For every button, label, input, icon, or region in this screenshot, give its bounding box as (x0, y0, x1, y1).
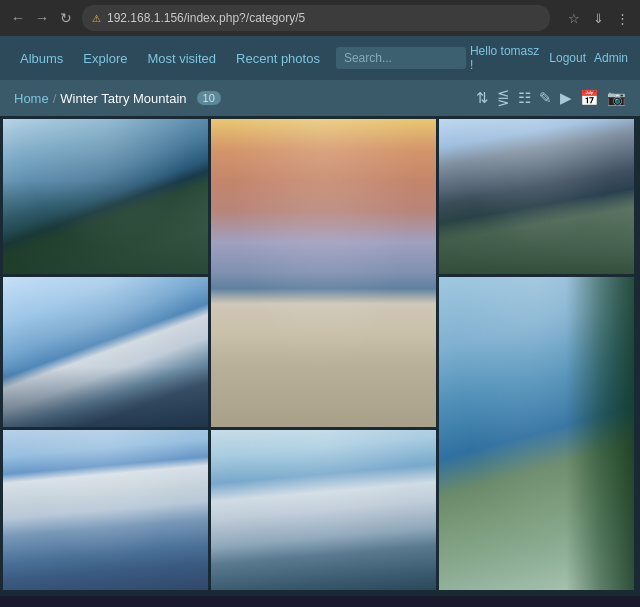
download-icon[interactable]: ⇓ (588, 8, 608, 28)
nav-right: Hello tomasz ! Logout Admin (470, 44, 628, 72)
photo-grid (0, 116, 640, 596)
hello-text: Hello tomasz ! (470, 44, 541, 72)
cart-icon[interactable]: ☷ (518, 89, 531, 107)
photo-2[interactable] (211, 119, 436, 427)
browser-actions: ☆ ⇓ ⋮ (564, 8, 632, 28)
photo-8[interactable] (211, 430, 436, 590)
photo-1[interactable] (3, 119, 208, 274)
browser-nav-icons: ← → ↻ (8, 8, 76, 28)
recent-photos-link[interactable]: Recent photos (228, 45, 328, 72)
grid-icon[interactable]: ⋚ (497, 89, 510, 107)
most-visited-link[interactable]: Most visited (139, 45, 224, 72)
photo-count-badge: 10 (197, 91, 221, 105)
browser-chrome: ← → ↻ ⚠ 192.168.1.156/index.php?/categor… (0, 0, 640, 36)
app-nav: Albums Explore Most visited Recent photo… (0, 36, 640, 80)
photo-6[interactable] (439, 277, 634, 590)
address-bar[interactable]: ⚠ 192.168.1.156/index.php?/category/5 (82, 5, 550, 31)
explore-link[interactable]: Explore (75, 45, 135, 72)
reload-button[interactable]: ↻ (56, 8, 76, 28)
back-button[interactable]: ← (8, 8, 28, 28)
albums-link[interactable]: Albums (12, 45, 71, 72)
photo-7[interactable] (3, 430, 208, 590)
camera-icon[interactable]: 📷 (607, 89, 626, 107)
photo-3[interactable] (439, 119, 634, 274)
breadcrumb-separator: / (53, 91, 57, 106)
forward-button[interactable]: → (32, 8, 52, 28)
admin-link[interactable]: Admin (594, 51, 628, 65)
star-icon[interactable]: ☆ (564, 8, 584, 28)
breadcrumb-bar: Home / Winter Tatry Mountain 10 ⇅ ⋚ ☷ ✎ … (0, 80, 640, 116)
search-input[interactable] (336, 47, 466, 69)
url-text: 192.168.1.156/index.php?/category/5 (107, 11, 305, 25)
sort-icon[interactable]: ⇅ (476, 89, 489, 107)
breadcrumb-current: Winter Tatry Mountain (60, 91, 186, 106)
toolbar-icons: ⇅ ⋚ ☷ ✎ ▶ 📅 📷 (476, 89, 626, 107)
menu-icon[interactable]: ⋮ (612, 8, 632, 28)
calendar-icon[interactable]: 📅 (580, 89, 599, 107)
photo-4[interactable] (3, 277, 208, 427)
breadcrumb: Home / Winter Tatry Mountain 10 (14, 91, 221, 106)
play-icon[interactable]: ▶ (560, 89, 572, 107)
edit-icon[interactable]: ✎ (539, 89, 552, 107)
lock-icon: ⚠ (92, 13, 101, 24)
browser-titlebar: ← → ↻ ⚠ 192.168.1.156/index.php?/categor… (0, 0, 640, 36)
home-link[interactable]: Home (14, 91, 49, 106)
logout-link[interactable]: Logout (549, 51, 586, 65)
